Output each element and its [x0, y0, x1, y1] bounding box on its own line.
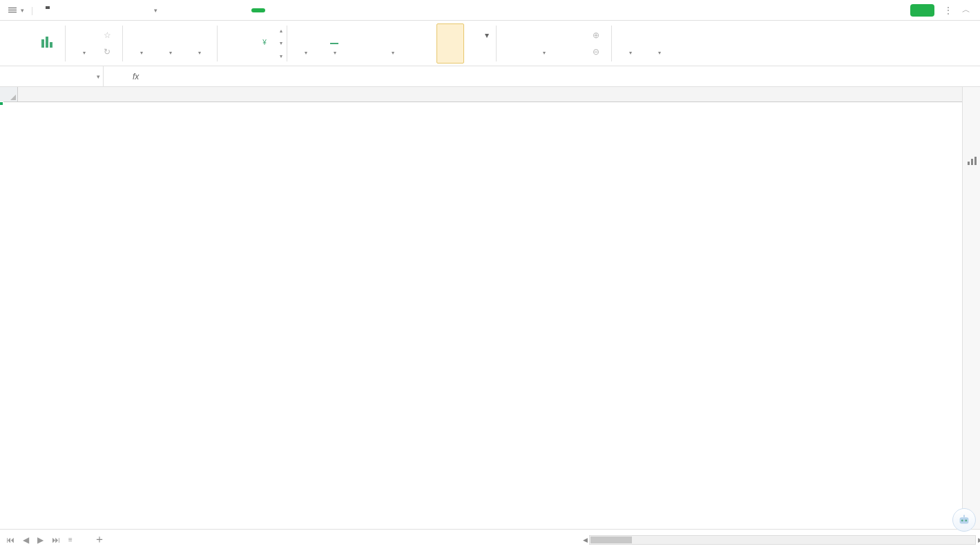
command-search[interactable]: [352, 6, 365, 15]
show-all-button[interactable]: ☆: [99, 28, 118, 42]
select-all-corner[interactable]: [0, 87, 18, 102]
assistant-bubble[interactable]: [952, 508, 976, 532]
spreadsheet[interactable]: [0, 87, 962, 529]
datatype-down[interactable]: ▾: [280, 40, 282, 46]
sort-button[interactable]: ▾: [127, 23, 155, 64]
horizontal-scrollbar[interactable]: ◀ ▶: [589, 535, 976, 545]
style-icon[interactable]: [965, 134, 978, 146]
datatype-more[interactable]: ▾: [280, 53, 282, 59]
cloud-status[interactable]: [866, 5, 879, 16]
pivot-table-button[interactable]: [4, 23, 32, 64]
svg-rect-5: [81, 12, 86, 14]
smart-analysis-button[interactable]: [33, 23, 61, 64]
smart-icon: [39, 34, 55, 50]
scroll-left-icon[interactable]: ◀: [580, 536, 590, 544]
add-sheet-button[interactable]: ＋: [87, 530, 112, 550]
tab-member[interactable]: [332, 8, 337, 13]
undo-icon[interactable]: [113, 4, 126, 17]
select-tool-icon[interactable]: [965, 93, 978, 105]
svg-rect-28: [470, 31, 478, 39]
expand-detail-button[interactable]: ⊕: [588, 28, 607, 42]
analysis-icon[interactable]: [965, 155, 978, 167]
find-entry-button[interactable]: [349, 23, 377, 64]
svg-rect-41: [974, 157, 977, 165]
sheet-list-icon[interactable]: ≡: [66, 534, 75, 545]
svg-rect-13: [164, 33, 171, 40]
duplicates-button[interactable]: ▾: [156, 23, 184, 64]
svg-rect-19: [300, 33, 304, 44]
ungroup-button[interactable]: ▾: [530, 23, 557, 64]
validity-icon: [384, 30, 401, 47]
svg-rect-10: [41, 39, 44, 48]
print-icon[interactable]: [77, 4, 90, 17]
fund-button[interactable]: ¥: [251, 23, 278, 64]
simulation-button[interactable]: ▾: [465, 28, 492, 42]
svg-rect-3: [80, 9, 87, 12]
print-preview-icon[interactable]: [95, 4, 108, 17]
collapse-detail-button[interactable]: ⊖: [588, 45, 607, 59]
ribbon: ▾ ☆ ↻ ▾ ▾ ▾ ¥ ▴ ▾ ▾ ▾ ▾: [0, 21, 980, 66]
split-table-button[interactable]: ▾: [616, 23, 644, 64]
tab-formula[interactable]: [233, 8, 239, 13]
svg-rect-32: [624, 33, 628, 44]
data-compare-button[interactable]: ▾: [185, 23, 213, 64]
show-all-icon: ☆: [102, 30, 113, 41]
file-menu[interactable]: ▾: [4, 6, 28, 15]
fill-button[interactable]: ▾: [320, 23, 348, 64]
datatype-up[interactable]: ▴: [280, 28, 282, 34]
scroll-thumb[interactable]: [590, 536, 632, 543]
svg-rect-33: [631, 33, 636, 44]
svg-rect-26: [451, 36, 457, 41]
pivot-icon: [10, 34, 26, 50]
properties-icon[interactable]: [965, 113, 978, 126]
tab-review[interactable]: [278, 8, 283, 13]
stock-button[interactable]: [222, 23, 249, 64]
sheet-first-icon[interactable]: ⏮: [4, 534, 17, 546]
collapse-ribbon-icon[interactable]: ︿: [962, 4, 970, 16]
svg-rect-15: [193, 34, 198, 44]
reapply-button[interactable]: ↻: [99, 45, 118, 59]
more-icon[interactable]: ⋮: [944, 6, 952, 15]
namebox-dropdown-icon[interactable]: ▾: [97, 73, 100, 80]
tab-data[interactable]: [251, 8, 265, 12]
share-icon: [917, 6, 925, 14]
filter-button[interactable]: ▾: [70, 23, 97, 64]
group-button[interactable]: [501, 23, 528, 64]
tab-layout[interactable]: [215, 8, 221, 13]
tab-insert[interactable]: [198, 8, 203, 13]
tab-start[interactable]: [180, 8, 185, 13]
tab-dev[interactable]: [314, 8, 319, 13]
collab-button[interactable]: [889, 6, 901, 15]
split-col-button[interactable]: ▾: [291, 23, 319, 64]
formula-input[interactable]: [153, 66, 976, 86]
qat-more-icon[interactable]: ▾: [149, 4, 162, 17]
sheet-next-icon[interactable]: ▶: [35, 534, 46, 546]
name-box[interactable]: ▾: [0, 66, 104, 86]
merge-table-button[interactable]: ▾: [645, 23, 673, 64]
dropdown-list-button[interactable]: [407, 23, 435, 64]
name-box-input[interactable]: [6, 72, 97, 81]
validity-button[interactable]: ▾: [378, 23, 406, 64]
save-icon[interactable]: [41, 4, 54, 17]
active-cell-outline: [0, 102, 3, 105]
sheet-last-icon[interactable]: ⏭: [50, 534, 62, 546]
svg-rect-43: [968, 198, 976, 206]
save-as-icon[interactable]: [59, 4, 72, 17]
consolidate-button[interactable]: [436, 23, 464, 64]
split-icon: [297, 30, 314, 47]
scroll-right-icon[interactable]: ▶: [975, 536, 980, 544]
backup-icon[interactable]: [965, 175, 978, 188]
svg-rect-4: [81, 7, 86, 9]
svg-point-8: [892, 6, 895, 10]
sheet-prev-icon[interactable]: ◀: [21, 534, 31, 546]
tab-view[interactable]: [296, 8, 301, 13]
help-icon[interactable]: [965, 196, 978, 209]
share-button[interactable]: [910, 4, 934, 17]
cancel-fx-icon[interactable]: [113, 70, 124, 83]
expand-icon: ⊕: [590, 30, 602, 41]
redo-icon[interactable]: [131, 4, 144, 17]
fx-icon[interactable]: fx: [133, 72, 139, 81]
svg-rect-31: [539, 34, 548, 44]
subtotal-button[interactable]: [559, 23, 586, 64]
record-form-button[interactable]: [465, 45, 492, 59]
